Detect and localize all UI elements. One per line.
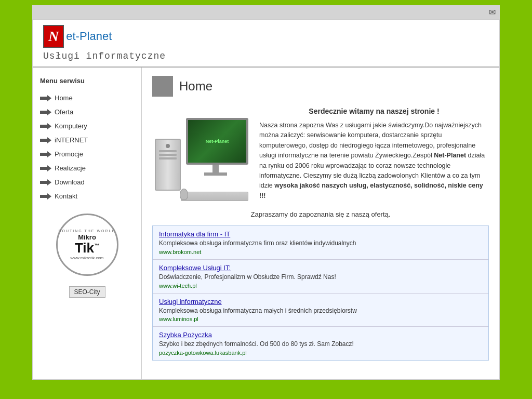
sidebar-title: Menu serwisu	[33, 73, 141, 91]
sidebar-item-label: iNTERNET	[55, 136, 88, 144]
ad-title-3[interactable]: Szybka Pożyczka	[159, 331, 482, 339]
mikrotik-circle: ROUTING THE WORLD Mikro Tik™ www.mikroti…	[56, 214, 118, 276]
ad-url-0: www.brokom.net	[159, 249, 482, 255]
arrow-icon	[40, 165, 51, 171]
svg-marker-7	[40, 193, 51, 200]
welcome-body: Nasza strona zapozna Was z usługami jaki…	[259, 121, 489, 201]
mikrotik-logo[interactable]: ROUTING THE WORLD Mikro Tik™ www.mikroti…	[54, 214, 121, 276]
mikrotik-brand-tik: Tik™	[75, 241, 99, 255]
ad-title-2[interactable]: Usługi informatyczne	[159, 298, 482, 305]
ad-desc-3: Szybko i bez zbędnych formalności. Od 50…	[159, 340, 354, 348]
arrow-icon	[40, 151, 51, 157]
sidebar-item-label: Realizacje	[55, 164, 86, 172]
sidebar-item-label: Komputery	[55, 122, 87, 130]
sidebar: Menu serwisu Home Oferta	[33, 68, 142, 379]
ad-item-0: Informatyka dla firm - IT Kompleksowa ob…	[153, 226, 488, 260]
sidebar-item-komputery[interactable]: Komputery	[33, 119, 141, 133]
ad-item-1: Kompleksowe Usługi IT: Doświadczenie, Pr…	[153, 260, 488, 294]
ad-item-3: Szybka Pożyczka Szybko i bez zbędnych fo…	[153, 327, 488, 360]
mikrotik-routing-text: ROUTING THE WORLD	[58, 229, 115, 233]
ad-url-3: pozyczka-gotowkowa.lukasbank.pl	[159, 350, 482, 356]
ad-url-2: www.luminos.pl	[159, 316, 482, 322]
monitor-stand	[212, 165, 219, 173]
tower-button	[166, 144, 170, 148]
welcome-title: Serdecznie witamy na naszej stronie !	[259, 107, 489, 115]
seo-city-button[interactable]: SEO-City	[69, 286, 105, 298]
arrow-icon	[40, 137, 51, 143]
keyboard	[181, 192, 248, 201]
sidebar-item-oferta[interactable]: Oferta	[33, 105, 141, 119]
header-inner: N et-Planet Usługi informatyczne	[43, 25, 166, 61]
logo-wrapper: N et-Planet	[43, 25, 166, 48]
ad-title-0[interactable]: Informatyka dla firm - IT	[159, 230, 482, 238]
svg-marker-2	[40, 123, 51, 129]
ad-title-1[interactable]: Kompleksowe Usługi IT:	[159, 264, 482, 272]
main-content: Home	[142, 68, 499, 379]
arrow-icon	[40, 193, 51, 200]
sidebar-item-internet[interactable]: iNTERNET	[33, 133, 141, 147]
invite-text: Zapraszamy do zapoznania się z naszą ofe…	[152, 210, 489, 218]
main-container: N et-Planet Usługi informatyczne Menu se…	[32, 19, 500, 380]
ad-desc-1: Doświadczenie, Profesjonalizm w Obsłudze…	[159, 273, 336, 281]
svg-marker-0	[40, 95, 51, 101]
ad-url-1: www.wi-tech.pl	[159, 283, 482, 289]
outer-wrapper: ✉ N et-Planet Usługi informatyczne Menu …	[32, 5, 500, 380]
sidebar-item-label: Home	[55, 94, 73, 102]
ad-desc-2: Kompleksowa obsługa informatyczna małych…	[159, 307, 357, 314]
heading-square-icon	[152, 76, 173, 97]
svg-marker-6	[40, 179, 51, 185]
arrow-icon	[40, 109, 51, 115]
welcome-bold-2: wysoka jakość naszych usług, elastycznoś…	[259, 182, 483, 199]
svg-marker-1	[40, 109, 51, 115]
ads-panel: Informatyka dla firm - IT Kompleksowa ob…	[152, 225, 489, 361]
computer-tower	[155, 139, 181, 191]
sidebar-item-kontakt[interactable]: Kontakt	[33, 189, 141, 203]
sidebar-item-label: Kontakt	[55, 192, 77, 200]
ad-desc-0: Kompleksowa obsługa informatyczna firm o…	[159, 240, 356, 247]
svg-marker-4	[40, 151, 51, 157]
ad-item-2: Usługi informatyczne Kompleksowa obsługa…	[153, 294, 488, 327]
arrow-icon	[40, 123, 51, 129]
email-icon[interactable]: ✉	[489, 8, 496, 17]
svg-marker-5	[40, 165, 51, 171]
tower-slot	[159, 150, 177, 152]
welcome-text-column: Serdecznie witamy na naszej stronie ! Na…	[259, 107, 489, 201]
page-title: Home	[179, 79, 212, 94]
tower-slot2	[159, 154, 177, 156]
sidebar-item-realizacje[interactable]: Realizacje	[33, 161, 141, 175]
sidebar-item-promocje[interactable]: Promocje	[33, 147, 141, 161]
mouse	[180, 189, 188, 200]
sidebar-item-home[interactable]: Home	[33, 91, 141, 105]
arrow-icon	[40, 95, 51, 101]
logo-letter: N	[43, 25, 64, 48]
body-layout: Menu serwisu Home Oferta	[33, 68, 499, 379]
monitor-base	[204, 172, 227, 176]
monitor-text: Net-Planet	[206, 139, 229, 144]
arrow-icon	[40, 179, 51, 185]
sidebar-item-label: Promocje	[55, 150, 83, 158]
page-heading: Home	[152, 76, 489, 97]
sidebar-item-label: Oferta	[55, 108, 73, 116]
site-header: N et-Planet Usługi informatyczne	[33, 20, 499, 68]
site-tagline: Usługi informatyczne	[43, 51, 166, 61]
computer-illustration: Net-Planet	[155, 118, 248, 201]
welcome-bold-1: Net-Planet	[434, 152, 466, 159]
welcome-section: Net-Planet Serdecznie witamy na nasz	[152, 107, 489, 201]
tower-slot3	[159, 157, 177, 159]
email-bar: ✉	[32, 5, 500, 19]
sidebar-item-download[interactable]: Download	[33, 175, 141, 189]
logo-name: et-Planet	[66, 30, 112, 43]
computer-image: Net-Planet	[152, 107, 251, 201]
sidebar-item-label: Download	[55, 178, 85, 186]
svg-marker-3	[40, 137, 51, 143]
computer-monitor: Net-Planet	[186, 118, 248, 165]
mikrotik-url: www.mikrotik.com	[70, 256, 103, 260]
